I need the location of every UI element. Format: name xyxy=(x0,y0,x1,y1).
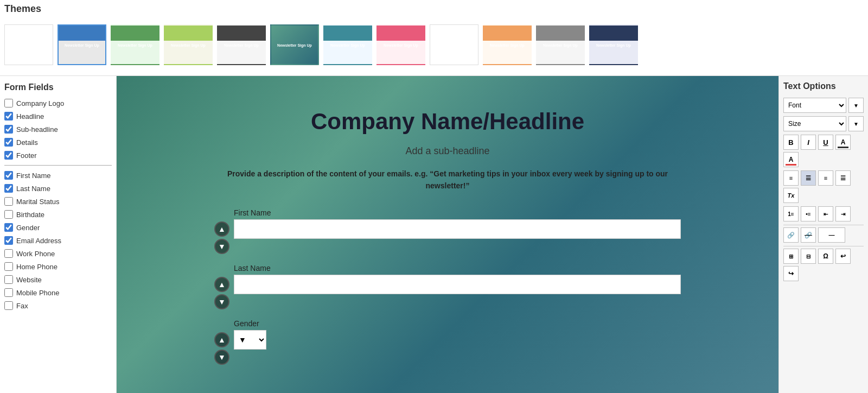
gender-select[interactable]: ▼ xyxy=(234,330,266,350)
canvas-area: Company Name/Headline Add a sub-headline… xyxy=(117,76,778,393)
gender-field: Gender ▼ xyxy=(234,319,681,350)
theme-thumb-t10[interactable]: Newsletter Sign Up xyxy=(483,24,532,65)
redo-button[interactable]: ↪ xyxy=(783,266,799,281)
checkbox-birthdate[interactable] xyxy=(4,210,13,219)
label-sub-headline: Sub-headline xyxy=(16,125,58,134)
field-item-website[interactable]: Website xyxy=(4,275,112,284)
align-left-button[interactable]: ≡ xyxy=(783,170,799,186)
label-first-name: First Name xyxy=(16,172,51,180)
special-row: ⊞ ⊟ Ω ↩ ↪ xyxy=(783,249,864,281)
field-item-work-phone[interactable]: Work Phone xyxy=(4,249,112,258)
special-char-1[interactable]: ⊞ xyxy=(783,249,799,264)
bold-button[interactable]: B xyxy=(783,135,799,150)
checkbox-first-name[interactable] xyxy=(4,171,13,180)
checkbox-footer[interactable] xyxy=(4,151,13,160)
highlight-color-button[interactable]: A xyxy=(783,152,799,167)
theme-thumb-t1[interactable]: Newsletter Sign Up xyxy=(4,24,53,65)
align-center-button[interactable]: ☰ xyxy=(801,170,816,186)
themes-scroll: Newsletter Sign UpNewsletter Sign UpNews… xyxy=(4,18,864,73)
checkbox-details[interactable] xyxy=(4,138,13,147)
indent-less-button[interactable]: ⇤ xyxy=(818,206,833,221)
unlink-button[interactable]: 🔗 xyxy=(801,227,816,243)
font-dropdown-arrow[interactable]: ▼ xyxy=(848,98,864,113)
field-item-headline[interactable]: Headline xyxy=(4,112,112,121)
theme-thumb-t7[interactable]: Newsletter Sign Up xyxy=(323,24,372,65)
theme-thumb-t9[interactable]: Newsletter Sign Up xyxy=(430,24,478,65)
themes-bar: Themes Newsletter Sign UpNewsletter Sign… xyxy=(0,0,868,76)
italic-button[interactable]: I xyxy=(801,135,816,150)
first-name-input[interactable] xyxy=(234,219,681,239)
checkbox-company-logo[interactable] xyxy=(4,99,13,107)
size-select[interactable]: Size xyxy=(783,116,846,131)
clear-format-button[interactable]: Tx xyxy=(783,188,799,203)
undo-button[interactable]: ↩ xyxy=(835,249,851,264)
first-name-down-btn[interactable]: ▼ xyxy=(214,239,229,254)
hr-button[interactable]: — xyxy=(818,227,845,243)
field-item-last-name[interactable]: Last Name xyxy=(4,184,112,193)
checkbox-gender[interactable] xyxy=(4,223,13,232)
field-item-footer[interactable]: Footer xyxy=(4,151,112,160)
font-color-button[interactable]: A xyxy=(835,135,851,150)
theme-thumb-t11[interactable]: Newsletter Sign Up xyxy=(536,24,585,65)
checkbox-last-name[interactable] xyxy=(4,184,13,193)
last-name-down-btn[interactable]: ▼ xyxy=(214,294,229,309)
first-name-label: First Name xyxy=(234,208,681,217)
checkbox-website[interactable] xyxy=(4,275,13,284)
gender-row: ▲ ▼ Gender ▼ xyxy=(214,319,681,365)
last-name-up-btn[interactable]: ▲ xyxy=(214,277,229,292)
field-item-mobile-phone[interactable]: Mobile Phone xyxy=(4,288,112,297)
theme-thumb-t12[interactable]: Newsletter Sign Up xyxy=(589,24,638,65)
first-name-up-btn[interactable]: ▲ xyxy=(214,221,229,237)
checkbox-fax[interactable] xyxy=(4,301,13,310)
label-birthdate: Birthdate xyxy=(16,211,44,219)
theme-thumb-t3[interactable]: Newsletter Sign Up xyxy=(111,24,159,65)
field-item-first-name[interactable]: First Name xyxy=(4,171,112,180)
last-name-controls: ▲ ▼ xyxy=(214,277,229,309)
field-item-marital-status[interactable]: Marital Status xyxy=(4,197,112,206)
omega-button[interactable]: Ω xyxy=(818,249,833,264)
label-footer: Footer xyxy=(16,151,37,160)
checkbox-marital-status[interactable] xyxy=(4,197,13,206)
gender-up-btn[interactable]: ▲ xyxy=(214,332,229,347)
checkbox-mobile-phone[interactable] xyxy=(4,288,13,297)
field-item-company-logo[interactable]: Company Logo xyxy=(4,99,112,107)
checkbox-email-address[interactable] xyxy=(4,236,13,245)
field-item-details[interactable]: Details xyxy=(4,138,112,147)
gender-down-btn[interactable]: ▼ xyxy=(214,350,229,365)
align-right-button[interactable]: ≡ xyxy=(818,170,833,186)
theme-thumb-t4[interactable]: Newsletter Sign Up xyxy=(164,24,213,65)
theme-thumb-t5[interactable]: Newsletter Sign Up xyxy=(217,24,266,65)
field-item-birthdate[interactable]: Birthdate xyxy=(4,210,112,219)
special-char-2[interactable]: ⊟ xyxy=(801,249,816,264)
checkbox-headline[interactable] xyxy=(4,112,13,121)
checkbox-sub-headline[interactable] xyxy=(4,125,13,134)
format-row: B I U A A xyxy=(783,135,864,167)
checkbox-home-phone[interactable] xyxy=(4,262,13,271)
theme-thumb-t8[interactable]: Newsletter Sign Up xyxy=(376,24,425,65)
subheadline-text[interactable]: Add a sub-headline xyxy=(214,145,681,157)
link-button[interactable]: 🔗 xyxy=(783,227,799,243)
field-item-gender[interactable]: Gender xyxy=(4,223,112,232)
checkbox-work-phone[interactable] xyxy=(4,249,13,258)
unordered-list-button[interactable]: •≡ xyxy=(801,206,816,221)
sidebar-divider xyxy=(4,165,112,166)
field-item-email-address[interactable]: Email Address xyxy=(4,236,112,245)
last-name-input[interactable] xyxy=(234,275,681,294)
theme-thumb-t2[interactable]: Newsletter Sign Up xyxy=(58,24,106,65)
details-text[interactable]: Provide a description of the content of … xyxy=(214,168,681,192)
size-dropdown-arrow[interactable]: ▼ xyxy=(848,116,864,131)
font-size-row: Font ▼ xyxy=(783,98,864,113)
indent-more-button[interactable]: ⇥ xyxy=(835,206,851,221)
label-website: Website xyxy=(16,276,42,284)
theme-thumb-t6[interactable]: Newsletter Sign Up xyxy=(270,24,319,65)
label-last-name: Last Name xyxy=(16,185,50,193)
align-justify-button[interactable]: ☰ xyxy=(835,170,851,186)
field-item-sub-headline[interactable]: Sub-headline xyxy=(4,125,112,134)
underline-button[interactable]: U xyxy=(818,135,833,150)
font-select[interactable]: Font xyxy=(783,98,846,113)
headline-text[interactable]: Company Name/Headline xyxy=(214,109,681,135)
link-row: 🔗 🔗 — xyxy=(783,227,864,243)
field-item-fax[interactable]: Fax xyxy=(4,301,112,310)
field-item-home-phone[interactable]: Home Phone xyxy=(4,262,112,271)
ordered-list-button[interactable]: 1≡ xyxy=(783,206,799,221)
